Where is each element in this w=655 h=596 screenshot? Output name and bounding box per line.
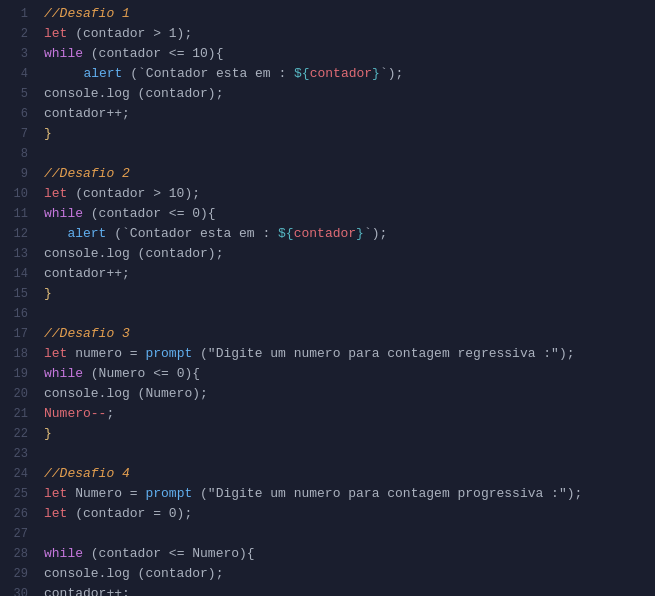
- line-num-27: 27: [0, 524, 28, 544]
- code-line-19: while (Numero <= 0){: [44, 364, 655, 384]
- code-line-28: while (contador <= Numero){: [44, 544, 655, 564]
- code-line-27: [44, 524, 655, 544]
- code-line-5: console.log (contador);: [44, 84, 655, 104]
- code-line-29: console.log (contador);: [44, 564, 655, 584]
- line-num-10: 10: [0, 184, 28, 204]
- code-line-17: //Desafio 3: [44, 324, 655, 344]
- line-num-26: 26: [0, 504, 28, 524]
- line-num-30: 30: [0, 584, 28, 596]
- code-line-21: Numero--;: [44, 404, 655, 424]
- line-num-11: 11: [0, 204, 28, 224]
- code-line-12: alert (`Contador esta em : ${contador}`)…: [44, 224, 655, 244]
- line-num-8: 8: [0, 144, 28, 164]
- line-num-18: 18: [0, 344, 28, 364]
- code-line-25: let Numero = prompt ("Digite um numero p…: [44, 484, 655, 504]
- line-num-21: 21: [0, 404, 28, 424]
- line-num-3: 3: [0, 44, 28, 64]
- line-num-2: 2: [0, 24, 28, 44]
- line-numbers: 1 2 3 4 5 6 7 8 9 10 11 12 13 14 15 16 1…: [0, 0, 36, 596]
- code-line-16: [44, 304, 655, 324]
- code-line-2: let (contador > 1);: [44, 24, 655, 44]
- code-content: //Desafio 1 let (contador > 1); while (c…: [36, 0, 655, 596]
- line-num-1: 1: [0, 4, 28, 24]
- code-line-30: contador++;: [44, 584, 655, 596]
- line-num-13: 13: [0, 244, 28, 264]
- code-line-9: //Desafio 2: [44, 164, 655, 184]
- code-line-24: //Desafio 4: [44, 464, 655, 484]
- code-line-6: contador++;: [44, 104, 655, 124]
- line-num-28: 28: [0, 544, 28, 564]
- code-line-26: let (contador = 0);: [44, 504, 655, 524]
- line-num-6: 6: [0, 104, 28, 124]
- code-line-11: while (contador <= 0){: [44, 204, 655, 224]
- code-line-18: let numero = prompt ("Digite um numero p…: [44, 344, 655, 364]
- line-num-9: 9: [0, 164, 28, 184]
- line-num-5: 5: [0, 84, 28, 104]
- code-line-22: }: [44, 424, 655, 444]
- code-line-14: contador++;: [44, 264, 655, 284]
- line-num-15: 15: [0, 284, 28, 304]
- code-line-1: //Desafio 1: [44, 4, 655, 24]
- code-line-13: console.log (contador);: [44, 244, 655, 264]
- code-line-3: while (contador <= 10){: [44, 44, 655, 64]
- code-line-20: console.log (Numero);: [44, 384, 655, 404]
- line-num-14: 14: [0, 264, 28, 284]
- line-num-16: 16: [0, 304, 28, 324]
- line-num-20: 20: [0, 384, 28, 404]
- line-num-4: 4: [0, 64, 28, 84]
- code-editor: 1 2 3 4 5 6 7 8 9 10 11 12 13 14 15 16 1…: [0, 0, 655, 596]
- line-num-17: 17: [0, 324, 28, 344]
- code-line-23: [44, 444, 655, 464]
- code-line-7: }: [44, 124, 655, 144]
- line-num-29: 29: [0, 564, 28, 584]
- line-num-7: 7: [0, 124, 28, 144]
- line-num-22: 22: [0, 424, 28, 444]
- line-num-12: 12: [0, 224, 28, 244]
- code-line-15: }: [44, 284, 655, 304]
- line-num-25: 25: [0, 484, 28, 504]
- code-line-8: [44, 144, 655, 164]
- line-num-23: 23: [0, 444, 28, 464]
- code-line-10: let (contador > 10);: [44, 184, 655, 204]
- line-num-19: 19: [0, 364, 28, 384]
- code-line-4: alert (`Contador esta em : ${contador}`)…: [44, 64, 655, 84]
- line-num-24: 24: [0, 464, 28, 484]
